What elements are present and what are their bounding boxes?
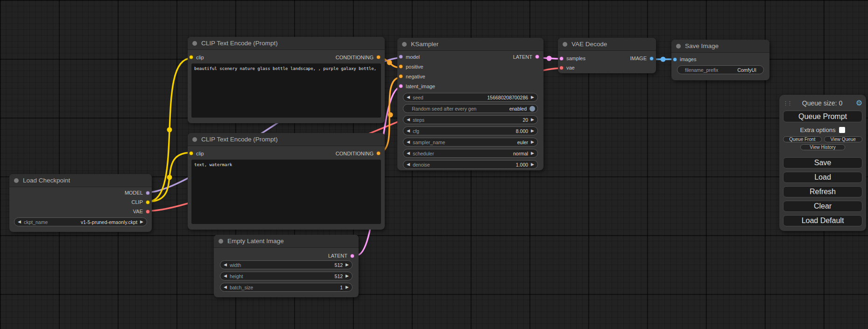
widget-random-seed-toggle[interactable]: Random seed after every gen enabled bbox=[403, 104, 538, 113]
node-title-bar[interactable]: CLIP Text Encode (Prompt) bbox=[188, 37, 385, 50]
node-vae-decode[interactable]: VAE Decode samples IMAGE vae bbox=[558, 38, 656, 73]
input-port-images[interactable] bbox=[673, 57, 677, 62]
prompt-textarea[interactable]: text, watermark bbox=[191, 160, 381, 224]
clear-button[interactable]: Clear bbox=[783, 201, 862, 212]
node-clip-text-encode-positive[interactable]: CLIP Text Encode (Prompt) clip CONDITION… bbox=[188, 37, 385, 123]
node-title-bar[interactable]: CLIP Text Encode (Prompt) bbox=[188, 133, 385, 146]
collapse-dot[interactable] bbox=[676, 44, 681, 49]
prompt-textarea[interactable]: beautiful scenery nature glass bottle la… bbox=[191, 63, 381, 118]
extra-options-checkbox[interactable] bbox=[839, 127, 845, 133]
node-title-bar[interactable]: Load Checkpoint bbox=[9, 174, 152, 187]
increment-arrow-icon[interactable]: ▶ bbox=[140, 220, 143, 224]
widget-filename-prefix[interactable]: filename_prefix ComfyUI bbox=[677, 65, 764, 74]
node-empty-latent-image[interactable]: Empty Latent Image LATENT ◀ width 512 ▶ … bbox=[214, 235, 359, 297]
output-port-vae[interactable] bbox=[146, 210, 150, 214]
decrement-arrow-icon[interactable]: ◀ bbox=[224, 263, 227, 267]
input-port-vae[interactable] bbox=[559, 66, 564, 70]
input-port-positive[interactable] bbox=[399, 64, 403, 69]
decrement-arrow-icon[interactable]: ◀ bbox=[224, 285, 227, 289]
collapse-dot[interactable] bbox=[219, 239, 223, 244]
input-port-clip[interactable] bbox=[189, 151, 193, 155]
widget-width[interactable]: ◀ width 512 ▶ bbox=[220, 260, 353, 269]
input-slot-clip[interactable]: clip bbox=[189, 55, 204, 60]
node-title-bar[interactable]: VAE Decode bbox=[558, 38, 656, 51]
collapse-dot[interactable] bbox=[192, 41, 197, 46]
view-history-button[interactable]: View History bbox=[800, 144, 845, 150]
increment-arrow-icon[interactable]: ▶ bbox=[346, 263, 349, 267]
node-title-bar[interactable]: KSampler bbox=[397, 38, 543, 51]
node-save-image[interactable]: Save Image images filename_prefix ComfyU… bbox=[671, 40, 769, 80]
input-slot-positive[interactable]: positive bbox=[399, 64, 423, 70]
widget-batch-size[interactable]: ◀ batch_size 1 ▶ bbox=[220, 283, 353, 292]
decrement-arrow-icon[interactable]: ◀ bbox=[224, 274, 227, 278]
widget-seed[interactable]: ◀ seed 156680208700286 ▶ bbox=[403, 93, 538, 102]
output-slot-model[interactable]: MODEL bbox=[125, 190, 150, 196]
widget-scheduler[interactable]: ◀ scheduler normal ▶ bbox=[403, 149, 538, 158]
decrement-arrow-icon[interactable]: ◀ bbox=[407, 118, 410, 122]
decrement-arrow-icon[interactable]: ◀ bbox=[407, 95, 410, 99]
input-slot-images[interactable]: images bbox=[673, 56, 696, 62]
input-slot-samples[interactable]: samples bbox=[559, 56, 586, 61]
queue-prompt-button[interactable]: Queue Prompt bbox=[783, 111, 862, 122]
increment-arrow-icon[interactable]: ▶ bbox=[346, 285, 349, 289]
widget-sampler-name[interactable]: ◀ sampler_name euler ▶ bbox=[403, 138, 538, 147]
input-port-model[interactable] bbox=[399, 55, 403, 59]
increment-arrow-icon[interactable]: ▶ bbox=[531, 140, 534, 144]
load-button[interactable]: Load bbox=[783, 172, 862, 183]
drag-handle-icon[interactable]: ⋮⋮ bbox=[783, 101, 790, 106]
output-port-conditioning[interactable] bbox=[376, 55, 381, 59]
save-button[interactable]: Save bbox=[783, 157, 862, 168]
increment-arrow-icon[interactable]: ▶ bbox=[346, 274, 349, 278]
node-title-bar[interactable]: Save Image bbox=[671, 40, 769, 53]
collapse-dot[interactable] bbox=[563, 42, 567, 47]
output-port-latent[interactable] bbox=[535, 55, 539, 59]
widget-steps[interactable]: ◀ steps 20 ▶ bbox=[403, 115, 538, 124]
output-slot-latent[interactable]: LATENT bbox=[328, 253, 354, 259]
node-clip-text-encode-negative[interactable]: CLIP Text Encode (Prompt) clip CONDITION… bbox=[188, 133, 385, 230]
output-port-clip[interactable] bbox=[146, 200, 150, 204]
output-port-conditioning[interactable] bbox=[376, 151, 381, 155]
output-slot-clip[interactable]: CLIP bbox=[132, 199, 150, 205]
output-slot-image[interactable]: IMAGE bbox=[630, 56, 654, 61]
node-ksampler[interactable]: KSampler model LATENT positive bbox=[397, 38, 543, 170]
output-slot-conditioning[interactable]: CONDITIONING bbox=[336, 151, 381, 156]
decrement-arrow-icon[interactable]: ◀ bbox=[407, 151, 410, 155]
input-slot-negative[interactable]: negative bbox=[399, 74, 425, 79]
input-slot-model[interactable]: model bbox=[399, 54, 420, 60]
settings-gear-icon[interactable]: ⚙ bbox=[854, 99, 862, 107]
input-slot-latent-image[interactable]: latent_image bbox=[399, 84, 435, 89]
input-port-latent-image[interactable] bbox=[399, 84, 403, 88]
increment-arrow-icon[interactable]: ▶ bbox=[531, 129, 534, 133]
node-load-checkpoint[interactable]: Load Checkpoint MODEL CLIP VAE bbox=[9, 174, 152, 232]
decrement-arrow-icon[interactable]: ◀ bbox=[407, 140, 410, 144]
input-port-clip[interactable] bbox=[189, 55, 193, 59]
output-slot-vae[interactable]: VAE bbox=[133, 209, 150, 214]
decrement-arrow-icon[interactable]: ◀ bbox=[18, 220, 21, 224]
increment-arrow-icon[interactable]: ▶ bbox=[531, 151, 534, 155]
view-queue-button[interactable]: View Queue bbox=[824, 136, 863, 142]
decrement-arrow-icon[interactable]: ◀ bbox=[407, 129, 410, 133]
collapse-dot[interactable] bbox=[402, 42, 407, 47]
output-slot-latent[interactable]: LATENT bbox=[513, 54, 539, 60]
input-slot-clip[interactable]: clip bbox=[189, 151, 204, 156]
decrement-arrow-icon[interactable]: ◀ bbox=[407, 162, 410, 167]
widget-cfg[interactable]: ◀ cfg 8.000 ▶ bbox=[403, 126, 538, 135]
input-port-negative[interactable] bbox=[399, 74, 403, 78]
output-port-model[interactable] bbox=[146, 191, 150, 195]
collapse-dot[interactable] bbox=[14, 178, 19, 183]
increment-arrow-icon[interactable]: ▶ bbox=[531, 162, 534, 167]
output-port-image[interactable] bbox=[649, 56, 654, 61]
input-slot-vae[interactable]: vae bbox=[559, 65, 575, 70]
increment-arrow-icon[interactable]: ▶ bbox=[531, 95, 534, 99]
output-slot-conditioning[interactable]: CONDITIONING bbox=[336, 55, 381, 60]
node-title-bar[interactable]: Empty Latent Image bbox=[214, 235, 359, 248]
refresh-button[interactable]: Refresh bbox=[783, 186, 862, 197]
widget-denoise[interactable]: ◀ denoise 1.000 ▶ bbox=[403, 160, 538, 169]
toggle-indicator[interactable] bbox=[529, 106, 535, 112]
collapse-dot[interactable] bbox=[192, 137, 197, 142]
input-port-samples[interactable] bbox=[559, 56, 564, 61]
node-graph-canvas[interactable]: Load Checkpoint MODEL CLIP VAE bbox=[0, 0, 868, 329]
widget-ckpt-name[interactable]: ◀ ckpt_name v1-5-pruned-emaonly.ckpt ▶ bbox=[14, 217, 147, 226]
widget-height[interactable]: ◀ height 512 ▶ bbox=[220, 272, 353, 280]
queue-front-button[interactable]: Queue Front bbox=[783, 136, 822, 142]
